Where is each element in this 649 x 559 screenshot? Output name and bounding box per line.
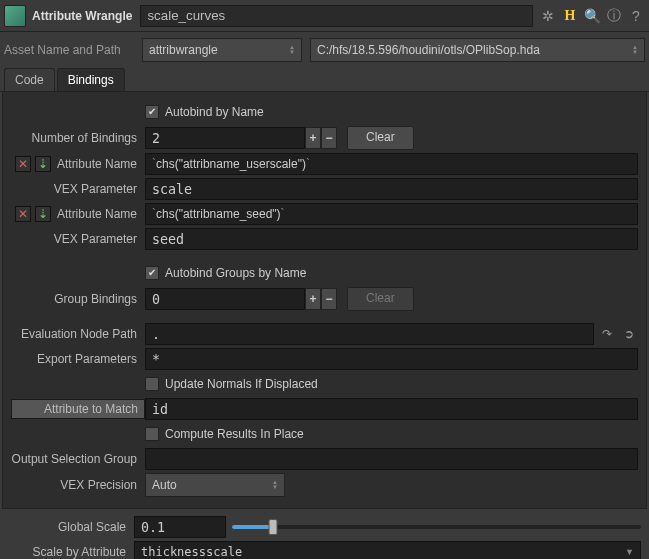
chevron-down-icon: ▼ [625,547,634,557]
global-scale-slider[interactable] [232,525,641,529]
binding-insert-button[interactable]: ⇣ [35,206,51,222]
compute-inplace-label: Compute Results In Place [165,427,304,441]
out-sel-label: Output Selection Group [11,452,145,466]
bottom-params: Global Scale Scale by Attribute thicknes… [0,509,649,559]
bindings-minus-button[interactable]: − [321,127,337,149]
autobind-groups-label: Autobind Groups by Name [165,266,306,280]
chevron-updown-icon: ▲▼ [272,480,278,490]
attr-name-label: Attribute Name [51,157,145,171]
info-icon[interactable]: ⓘ [605,7,623,25]
tab-code[interactable]: Code [4,68,55,91]
scale-attr-label: Scale by Attribute [8,545,134,559]
group-plus-button[interactable]: + [305,288,321,310]
scale-attr-value: thicknessscale [141,545,242,559]
vex-param-input[interactable] [145,178,638,200]
search-icon[interactable]: 🔍 [583,7,601,25]
asset-name-value: attribwrangle [149,43,218,57]
autobind-groups-checkbox[interactable] [145,266,159,280]
update-normals-label: Update Normals If Displaced [165,377,318,391]
asset-row: Asset Name and Path attribwrangle ▲▼ C:/… [0,32,649,68]
export-params-label: Export Parameters [11,352,145,366]
compute-inplace-checkbox[interactable] [145,427,159,441]
eval-path-input[interactable] [145,323,594,345]
update-normals-checkbox[interactable] [145,377,159,391]
vex-prec-label: VEX Precision [11,478,145,492]
attr-name-input[interactable]: `chs("attribname_seed")` [145,203,638,225]
asset-name-select[interactable]: attribwrangle ▲▼ [142,38,302,62]
global-scale-label: Global Scale [8,520,134,534]
node-type-label: Attribute Wrangle [32,9,132,23]
global-scale-input[interactable] [134,516,226,538]
out-sel-input[interactable] [145,448,638,470]
autobind-label: Autobind by Name [165,105,264,119]
binding-remove-button[interactable]: ✕ [15,206,31,222]
group-bindings-input[interactable] [145,288,305,310]
tab-bindings[interactable]: Bindings [57,68,125,91]
header-bar: Attribute Wrangle ✲ H 🔍 ⓘ ? [0,0,649,32]
node-name-input[interactable] [140,5,533,27]
scale-attr-combo[interactable]: thicknessscale ▼ [134,541,641,559]
bindings-panel: Autobind by Name Number of Bindings + − … [2,92,647,509]
export-params-input[interactable] [145,348,638,370]
gear-icon[interactable]: ✲ [539,7,557,25]
attr-match-label: Attribute to Match [11,399,145,419]
bindings-plus-button[interactable]: + [305,127,321,149]
node-type-icon [4,5,26,27]
houdini-logo-icon[interactable]: H [561,7,579,25]
chevron-updown-icon: ▲▼ [289,45,295,55]
help-icon[interactable]: ? [627,7,645,25]
group-clear-button[interactable]: Clear [347,287,414,311]
vex-param-label: VEX Parameter [51,232,145,246]
chevron-updown-icon: ▲▼ [632,45,638,55]
jump-to-icon[interactable]: ↷ [598,325,616,343]
attr-name-label: Attribute Name [51,207,145,221]
bindings-clear-button[interactable]: Clear [347,126,414,150]
vex-prec-select[interactable]: Auto ▲▼ [145,473,285,497]
attr-name-input[interactable]: `chs("attribname_userscale")` [145,153,638,175]
node-chooser-icon[interactable]: ➲ [620,325,638,343]
autobind-checkbox[interactable] [145,105,159,119]
vex-prec-value: Auto [152,478,177,492]
vex-param-label: VEX Parameter [51,182,145,196]
binding-insert-button[interactable]: ⇣ [35,156,51,172]
attr-match-input[interactable] [145,398,638,420]
num-bindings-label: Number of Bindings [11,131,145,145]
asset-path-value: C:/hfs/18.5.596/houdini/otls/OPlibSop.hd… [317,43,540,57]
asset-label: Asset Name and Path [4,43,134,57]
tab-bar: Code Bindings [0,68,649,92]
slider-thumb[interactable] [268,519,277,535]
asset-path-select[interactable]: C:/hfs/18.5.596/houdini/otls/OPlibSop.hd… [310,38,645,62]
vex-param-input[interactable] [145,228,638,250]
binding-remove-button[interactable]: ✕ [15,156,31,172]
group-bindings-label: Group Bindings [11,292,145,306]
group-minus-button[interactable]: − [321,288,337,310]
eval-path-label: Evaluation Node Path [11,327,145,341]
num-bindings-input[interactable] [145,127,305,149]
